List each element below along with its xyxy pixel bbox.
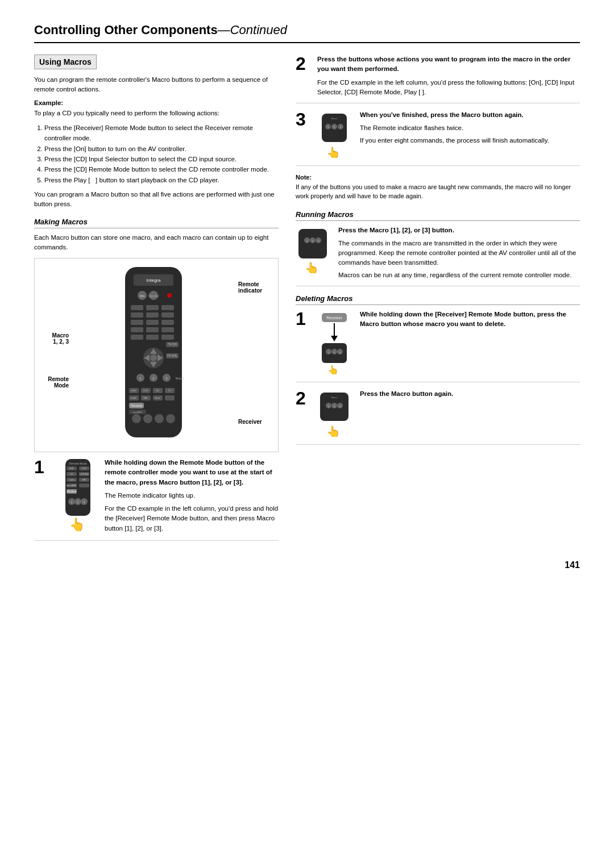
svg-rect-9 [146, 305, 159, 310]
running-macros-title: Running Macros [296, 210, 580, 221]
right-step3-img: Macro 1 2 3 👆 [317, 110, 354, 160]
svg-text:tape/AMP: tape/AMP [67, 484, 77, 487]
making-macros-title: Making Macros [34, 218, 279, 228]
delete-step1-img: Receiver 1 2 3 👆 [317, 310, 354, 376]
svg-text:SAT: SAT [82, 478, 86, 481]
svg-text:2: 2 [77, 500, 79, 504]
svg-rect-13 [161, 312, 174, 318]
svg-text:Macro: Macro [331, 396, 338, 399]
svg-text:3: 3 [84, 500, 85, 504]
svg-rect-15 [146, 320, 159, 325]
note-label: Note: [296, 174, 312, 181]
delete-step2-row: 2 Macro 1 2 3 👆 Press the Ma [296, 389, 580, 445]
svg-text:CDR/MD: CDR/MD [80, 473, 89, 475]
svg-text:Receiver: Receiver [326, 316, 342, 320]
example-step-1: Press the [Receiver] Remote Mode button … [44, 123, 279, 144]
svg-rect-16 [161, 320, 174, 325]
svg-text:DVD: DVD [131, 389, 136, 392]
svg-text:👆: 👆 [326, 146, 341, 158]
page-title: Controlling Other Components—Continued [34, 23, 580, 43]
using-macros-intro: You can program the remote controller's … [34, 75, 279, 95]
svg-text:👆: 👆 [327, 365, 339, 374]
svg-point-60 [166, 414, 175, 423]
svg-rect-8 [131, 305, 143, 310]
svg-text:On: On [140, 294, 144, 298]
example-steps: Press the [Receiver] Remote Mode button … [44, 123, 279, 185]
remote-mode-label: RemoteMode [40, 376, 69, 389]
remote-diagram-labels-left: Macro1, 2, 3 RemoteMode [40, 264, 69, 389]
svg-text:CD: CD [70, 473, 73, 475]
right-step3-number: 3 [296, 110, 312, 128]
remote-diagram: Macro1, 2, 3 RemoteMode Integra On [34, 258, 279, 452]
step1-bold-text: While holding down the Remote Mode butto… [105, 459, 272, 486]
running-step-text: The commands in the macro are transmitte… [338, 239, 580, 268]
deleting-macros-title: Deleting Macros [296, 294, 580, 305]
svg-text:tape/AMP: tape/AMP [132, 411, 143, 414]
svg-point-57 [132, 414, 141, 423]
svg-marker-109 [331, 336, 338, 341]
svg-rect-19 [161, 327, 174, 332]
svg-rect-18 [146, 327, 159, 332]
svg-text:Receive: Receive [67, 490, 77, 493]
svg-point-59 [155, 414, 164, 423]
svg-text:TV VOL: TV VOL [167, 354, 177, 357]
delete-step2-svg: Macro 1 2 3 👆 [317, 391, 351, 437]
right-step2-number: 2 [296, 55, 312, 73]
making-macros-intro: Each Macro button can store one macro, a… [34, 233, 279, 253]
right-step3-content: When you've finished, press the Macro bu… [360, 110, 580, 145]
delete-step1-svg: Receiver 1 2 3 👆 [317, 312, 351, 374]
step1-row: 1 Remote Mode DVD VCR CD CDR/MD [34, 458, 279, 541]
svg-point-58 [143, 414, 152, 423]
svg-rect-11 [131, 312, 143, 318]
svg-text:Receive: Receive [131, 404, 142, 407]
running-macro-svg: 1 2 3 👆 [296, 228, 330, 273]
svg-text:Macro: Macro [331, 117, 338, 120]
svg-rect-20 [131, 335, 143, 340]
svg-text:VCR: VCR [143, 389, 148, 392]
svg-rect-22 [161, 335, 174, 340]
delete-step2-bold: Press the Macro button again. [360, 390, 453, 397]
using-macros-section: Using Macros You can program the remote … [34, 55, 279, 210]
svg-rect-12 [146, 312, 159, 318]
svg-text:👆: 👆 [305, 261, 319, 273]
running-macros-content: Press the Macro [1], [2], or [3] button.… [338, 226, 580, 280]
using-macros-title: Using Macros [34, 55, 97, 69]
svg-rect-78 [79, 483, 89, 487]
example-intro: To play a CD you typically need to perfo… [34, 108, 279, 118]
svg-text:👆: 👆 [69, 517, 85, 532]
right-step3-bold: When you've finished, press the Macro bu… [360, 111, 524, 118]
deleting-macros-section: Deleting Macros 1 Receiver [296, 294, 580, 445]
svg-point-30 [150, 354, 157, 361]
svg-rect-51 [165, 395, 175, 400]
right-step3-row: 3 Macro 1 2 3 👆 When you've finished, pr… [296, 110, 580, 166]
svg-text:Macro: Macro [176, 377, 184, 380]
delete-step1-content: While holding down the [Receiver] Remote… [360, 310, 580, 329]
remote-diagram-labels-right: Remoteindicator Receiver [238, 264, 272, 425]
svg-rect-17 [131, 327, 143, 332]
remote-svg-container: Integra On Standby [76, 264, 231, 446]
svg-text:DVD: DVD [69, 467, 74, 470]
svg-rect-10 [161, 305, 174, 310]
step1-mini-remote-svg: Remote Mode DVD VCR CD CDR/MD Cable SAT [61, 458, 95, 532]
example-label: Example: [34, 99, 279, 106]
svg-text:👆: 👆 [326, 425, 341, 437]
svg-point-7 [167, 293, 172, 298]
using-macros-outro: You can program a Macro button so that a… [34, 190, 279, 210]
running-step-bold: Press the Macro [1], [2], or [3] button. [338, 227, 454, 233]
running-step-text2: Macros can be run at any time, regardles… [338, 270, 580, 280]
step1-number: 1 [34, 458, 51, 476]
delete-step1-bold: While holding down the [Receiver] Remote… [360, 311, 566, 327]
svg-text:SAT: SAT [143, 397, 148, 399]
svg-text:Dock: Dock [155, 397, 160, 399]
svg-text:Remote Mode: Remote Mode [69, 462, 87, 465]
step3-macro-svg: Macro 1 2 3 👆 [317, 112, 351, 158]
delete-step2-img: Macro 1 2 3 👆 [317, 389, 354, 439]
example-step-3: Press the [CD] Input Selector button to … [44, 154, 279, 164]
svg-text:VCR: VCR [82, 467, 87, 470]
svg-text:Integra: Integra [147, 278, 161, 283]
svg-text:TV CH: TV CH [168, 343, 177, 346]
right-step2-sub: For the CD example in the left column, y… [317, 78, 580, 98]
step1-content: While holding down the Remote Mode butto… [105, 458, 279, 533]
remote-indicator-label: Remoteindicator [238, 281, 272, 294]
step1-img-area: Remote Mode DVD VCR CD CDR/MD Cable SAT [58, 458, 98, 532]
